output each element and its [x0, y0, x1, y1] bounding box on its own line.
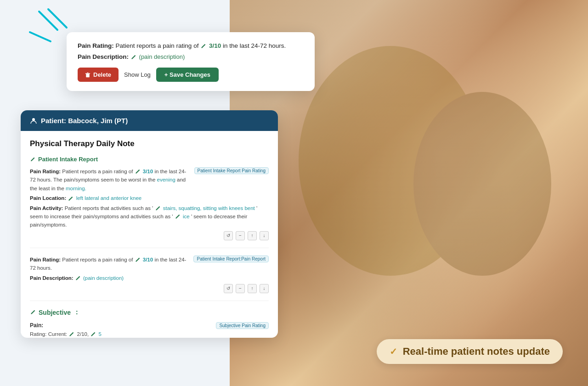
svg-line-0 — [39, 11, 57, 30]
block2-down-btn[interactable]: ↓ — [260, 284, 269, 293]
popup-pain-rating-label: Pain Rating: — [78, 42, 114, 49]
popup-pain-suffix: in the last 24-72 hours. — [223, 42, 286, 49]
edit-icon-rating — [68, 331, 74, 337]
popup-actions: Delete Show Log + Save Changes — [78, 68, 304, 82]
block1-controls: ↺ − ↑ ↓ — [30, 231, 269, 240]
doc-card: Patient: Babcock, Jim (PT) Physical Ther… — [21, 110, 278, 338]
rating-value: 2/10, — [77, 331, 89, 337]
doc-title: Physical Therapy Daily Note — [30, 139, 269, 148]
section2-label: Subjective — [39, 309, 71, 316]
block2-refresh-btn[interactable]: ↺ — [224, 284, 233, 293]
doc-body: Physical Therapy Daily Note Patient Inta… — [21, 131, 278, 338]
show-log-button[interactable]: Show Log — [124, 71, 151, 78]
block2-pain-desc: Pain Description: (pain description) — [30, 274, 269, 282]
section1-label: Patient Intake Report — [38, 156, 98, 163]
block2-minus-btn[interactable]: − — [236, 284, 245, 293]
edit-icon-2 — [130, 54, 136, 60]
block1-down-btn[interactable]: ↓ — [260, 231, 269, 240]
popup-card: Pain Rating: Patient reports a pain rati… — [67, 32, 315, 91]
section2-header: Subjective ： — [30, 308, 269, 317]
edit-icon-1 — [200, 43, 206, 49]
delete-label: Delete — [93, 71, 111, 78]
block1-morning: morning. — [66, 186, 86, 191]
show-log-label: Show Log — [124, 71, 151, 78]
block2-pain-text: Patient reports a pain rating of — [62, 257, 133, 262]
trash-icon — [85, 72, 90, 78]
save-changes-label: + Save Changes — [164, 71, 210, 78]
svg-rect-7 — [87, 73, 89, 74]
delete-button[interactable]: Delete — [78, 68, 119, 82]
svg-line-2 — [30, 32, 51, 41]
block1-pain-text: Patient reports a pain rating of — [62, 169, 133, 174]
deco-lines — [25, 7, 71, 44]
doc-header: Patient: Babcock, Jim (PT) — [21, 110, 278, 131]
edit-icon-b2 — [135, 257, 141, 263]
block2-pain-value: 3/10 — [143, 257, 153, 262]
svg-point-8 — [32, 118, 35, 121]
svg-point-4 — [413, 92, 551, 276]
block1-pain-label: Pain Rating: — [30, 169, 61, 174]
popup-pain-desc-label: Pain Description: — [78, 53, 129, 60]
rating-line: Rating: Current: 2/10, 5 — [30, 331, 269, 337]
popup-pain-rating-line: Pain Rating: Patient reports a pain rati… — [78, 41, 304, 51]
block1-location: Pain Location: left lateral and anterior… — [30, 194, 269, 202]
block1-up-btn[interactable]: ↑ — [248, 231, 257, 240]
popup-pain-rating-text: Patient reports a pain rating of — [116, 42, 199, 49]
svg-rect-5 — [86, 74, 90, 78]
block1-evening: evening — [157, 177, 175, 182]
rating-label: Rating: Current: — [30, 331, 67, 337]
section1-header: Patient Intake Report — [30, 156, 269, 163]
check-icon: ✓ — [390, 346, 397, 357]
edit-icon-section1 — [30, 157, 35, 162]
block2-desc-value: (pain description) — [83, 275, 124, 281]
block1-minus-btn[interactable]: − — [236, 231, 245, 240]
realtime-badge: ✓ Real-time patient notes update — [377, 339, 563, 364]
block1-activity: Pain Activity: Patient reports that acti… — [30, 204, 269, 229]
edit-icon-best — [90, 331, 96, 337]
popup-pain-value: 3/10 — [209, 42, 221, 49]
patient-header-text: Patient: Babcock, Jim (PT) — [41, 117, 128, 125]
rating-best: 5 — [99, 331, 102, 337]
edit-icon-act — [155, 205, 161, 211]
pain-tag: Subjective Pain Rating — [216, 322, 269, 329]
pain-block: Subjective Pain Rating Pain: Rating: Cur… — [30, 322, 269, 338]
edit-icon-ice — [175, 214, 181, 220]
block2-desc-label: Pain Description: — [30, 275, 74, 281]
block2-pain-label: Pain Rating: — [30, 257, 61, 262]
block1-ice: ice — [183, 214, 190, 219]
block2-tag: Patient Intake Report:Pain Report — [193, 255, 269, 262]
block1-loc-value: left lateral and anterior knee — [76, 195, 142, 201]
block2-controls: ↺ − ↑ ↓ — [30, 284, 269, 293]
edit-icon-loc — [68, 196, 74, 202]
popup-pain-desc-line: Pain Description: (pain description) — [78, 53, 304, 60]
edit-icon-b2d — [75, 275, 81, 281]
popup-pain-desc-value[interactable]: (pain description) — [139, 53, 185, 60]
doc-block-1: Patient Intake Report Pain Rating Pain R… — [30, 167, 269, 248]
save-changes-button[interactable]: + Save Changes — [156, 68, 219, 82]
edit-icon-section2 — [30, 309, 36, 315]
block1-refresh-btn[interactable]: ↺ — [224, 231, 233, 240]
block1-pain-value: 3/10 — [143, 169, 153, 174]
realtime-text: Real-time patient notes update — [403, 346, 550, 358]
block1-act-text: Patient reports that activities such as … — [65, 205, 153, 211]
doc-block-2: Patient Intake Report:Pain Report Pain R… — [30, 255, 269, 301]
block1-activities: stairs, squatting, sitting with knees be… — [163, 205, 255, 211]
block1-act-label: Pain Activity: — [30, 205, 63, 211]
svg-line-1 — [48, 9, 67, 28]
edit-icon-b1 — [135, 169, 141, 175]
block2-up-btn[interactable]: ↑ — [248, 284, 257, 293]
patient-icon — [30, 117, 37, 125]
svg-rect-6 — [85, 73, 90, 74]
block1-tag: Patient Intake Report Pain Rating — [194, 167, 269, 174]
block1-loc-label: Pain Location: — [30, 195, 66, 201]
